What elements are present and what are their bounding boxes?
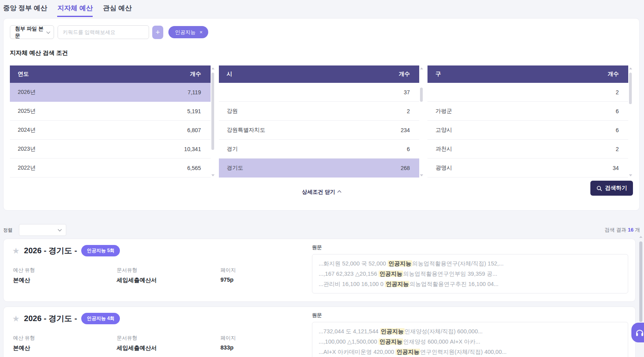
remove-tag-icon[interactable]: ×	[200, 29, 203, 35]
result-title: 2026 - 경기도 -	[24, 245, 77, 256]
keyword-tag-label: 인공지능	[175, 29, 196, 36]
table-header: 시 개수	[219, 65, 420, 83]
source-snippet: 원문 ...화지원 52,000 국 52,000 인공지능의농업적활용연구(자…	[312, 244, 628, 293]
top-tabs: 중앙 정부 예산 지자체 예산 관심 예산	[0, 0, 644, 17]
chevron-up-icon	[338, 191, 342, 194]
results-toolbar: 정렬 검색 결과 16 개	[3, 224, 640, 236]
scrollbar-thumb[interactable]	[420, 88, 423, 102]
table-row[interactable]: 과천시2	[427, 140, 628, 159]
star-icon[interactable]: ★	[12, 314, 20, 323]
star-icon[interactable]: ★	[12, 247, 20, 255]
table-row[interactable]: 2026년7,119	[10, 83, 211, 102]
table-scrollbar[interactable]	[419, 65, 424, 178]
column-header: 개수	[608, 71, 619, 78]
snippet-line: ...관리비 16,100 16,100 0 인공지능의농업적활용연구추진 16…	[319, 279, 622, 289]
table-row[interactable]: 2022년6,565	[10, 159, 211, 178]
result-card[interactable]: ★ 2026 - 경기도 - 인공지능 4회 예산 유형본예산 문서유형세입세출…	[3, 307, 636, 357]
table-scrollbar[interactable]	[211, 65, 215, 178]
field-value: 세입세출예산서	[117, 344, 220, 352]
field-label: 예산 유형	[13, 335, 117, 342]
table-row[interactable]: 경기도268	[219, 159, 420, 178]
table-row[interactable]: 경기6	[219, 140, 420, 159]
collapse-conditions-link[interactable]: 상세조건 닫기	[10, 189, 633, 196]
result-count: 검색 결과 16 개	[605, 226, 640, 234]
table-row[interactable]: 고양시6	[427, 121, 628, 140]
tab-favorite-budget[interactable]: 관심 예산	[103, 4, 132, 17]
field-label: 문서유형	[117, 335, 220, 342]
keyword-tag[interactable]: 인공지능 ×	[168, 26, 208, 38]
snippet-line: ...화지원 52,000 국 52,000 인공지능의농업적활용연구(자체/직…	[319, 258, 622, 269]
city-filter-table: 시 개수 37 강원2 강원특별자치도234 경기6 경기도268	[219, 65, 424, 178]
headset-icon	[635, 328, 644, 337]
scrollbar-thumb[interactable]	[639, 241, 642, 322]
add-keyword-button[interactable]: +	[152, 26, 163, 39]
scroll-up-icon[interactable]	[420, 67, 423, 69]
scrollbar-thumb[interactable]	[211, 73, 214, 150]
table-scrollbar[interactable]	[628, 65, 633, 178]
table-row[interactable]: 2	[427, 83, 628, 102]
scroll-down-icon[interactable]	[211, 174, 215, 176]
field-label: 페이지	[220, 267, 324, 274]
source-snippet: 원문 ...732,044 도 4,121,544 인공지능인재양성(자체/직접…	[312, 312, 628, 357]
column-header: 개수	[399, 71, 410, 78]
keyword-count-badge: 인공지능 5회	[81, 245, 120, 256]
district-filter-table: 구 개수 2 가평군6 고양시6 과천시2 광명시34	[427, 65, 633, 178]
highlighted-keyword: 인공지능	[385, 281, 409, 287]
highlighted-keyword: 인공지능	[396, 349, 420, 355]
source-box: ...화지원 52,000 국 52,000 인공지능의농업적활용연구(자체/직…	[312, 254, 628, 293]
source-label: 원문	[312, 244, 628, 251]
column-header: 구	[435, 71, 441, 78]
filter-section-title: 지자체 예산 검색 조건	[10, 49, 639, 57]
column-header: 개수	[190, 71, 201, 78]
table-row[interactable]: 2023년10,341	[10, 140, 211, 159]
table-row[interactable]: 강원특별자치도234	[219, 121, 420, 140]
snippet-line: ...,167 62,323 △20,156 인공지능의농업적활용연구인부임 3…	[319, 269, 622, 279]
table-row[interactable]: 2024년6,807	[10, 121, 211, 140]
table-row[interactable]: 광명시34	[427, 159, 628, 178]
field-label: 페이지	[220, 335, 324, 342]
highlighted-keyword: 인공지능	[380, 328, 405, 335]
support-chat-button[interactable]	[631, 323, 644, 342]
highlighted-keyword: 인공지능	[379, 338, 403, 345]
snippet-line: ...732,044 도 4,121,544 인공지능인재양성(자체/직접) 6…	[319, 326, 622, 336]
tab-central-budget[interactable]: 중앙 정부 예산	[3, 4, 47, 17]
scroll-down-icon[interactable]	[629, 174, 632, 176]
sort-select[interactable]	[19, 224, 66, 236]
tab-local-budget[interactable]: 지자체 예산	[57, 4, 93, 17]
highlighted-keyword: 인공지능	[379, 271, 403, 277]
snippet-line: ...,100,000 △1,500,000 인공지능인재양성 600,000 …	[319, 336, 622, 347]
table-header: 구 개수	[427, 65, 628, 83]
table-row[interactable]: 37	[219, 83, 420, 102]
field-value: 세입세출예산서	[117, 277, 220, 284]
table-header: 연도 개수	[10, 65, 211, 83]
scroll-down-icon[interactable]	[420, 174, 423, 176]
snippet-line: ...AI+X 아카데미운영 420,000 인공지능연구인력지원(자체/직접)…	[319, 347, 622, 357]
chevron-down-icon	[58, 228, 62, 232]
field-label: 예산 유형	[13, 267, 117, 274]
field-value: 975p	[220, 277, 324, 283]
column-header: 시	[227, 71, 232, 78]
table-row[interactable]: 강원2	[219, 102, 420, 121]
scroll-up-icon[interactable]	[211, 67, 215, 69]
search-button[interactable]: 검색하기	[590, 181, 633, 196]
result-card[interactable]: ★ 2026 - 경기도 - 인공지능 5회 예산 유형본예산 문서유형세입세출…	[3, 239, 636, 302]
scrollbar-thumb[interactable]	[629, 73, 632, 104]
panel-footer: 상세조건 닫기 검색하기	[10, 178, 633, 201]
table-row[interactable]: 가평군6	[427, 102, 628, 121]
source-box: ...732,044 도 4,121,544 인공지능인재양성(자체/직접) 6…	[312, 322, 628, 357]
keyword-input[interactable]	[58, 25, 149, 39]
scroll-up-icon[interactable]	[639, 236, 642, 238]
highlighted-keyword: 인공지능	[388, 260, 412, 267]
field-value: 본예산	[13, 277, 117, 284]
sort-label: 정렬	[3, 227, 13, 234]
source-label: 원문	[312, 312, 628, 319]
field-value: 833p	[220, 344, 324, 351]
filter-tables: 연도 개수 2026년7,119 2025년5,191 2024년6,807 2…	[10, 65, 633, 178]
search-scope-select[interactable]: 첨부 파일 본문	[10, 25, 54, 39]
year-filter-table: 연도 개수 2026년7,119 2025년5,191 2024년6,807 2…	[10, 65, 215, 178]
search-icon	[596, 185, 602, 191]
column-header: 연도	[18, 71, 29, 78]
table-row[interactable]: 2025년5,191	[10, 102, 211, 121]
search-row: 첨부 파일 본문 + 인공지능 ×	[4, 19, 639, 39]
scroll-up-icon[interactable]	[629, 67, 632, 69]
